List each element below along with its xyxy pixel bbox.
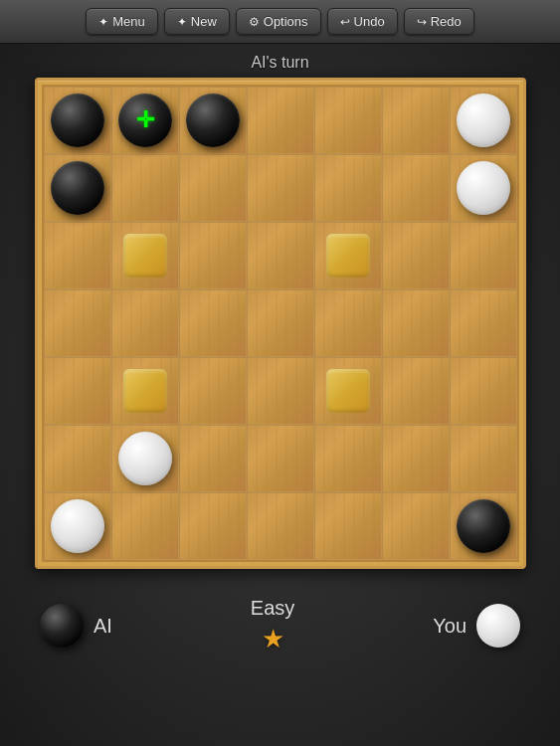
board-cell[interactable]: [44, 425, 111, 492]
options-label: Options: [264, 14, 308, 29]
board-cell[interactable]: [247, 154, 314, 222]
board-cell[interactable]: [179, 289, 247, 357]
undo-label: Undo: [354, 14, 385, 29]
board-cell[interactable]: [450, 154, 517, 222]
gold-marker: [326, 369, 370, 413]
menu-label: Menu: [112, 14, 145, 29]
board-cell[interactable]: [179, 357, 247, 425]
board-cell[interactable]: [450, 87, 517, 154]
board-cell[interactable]: [314, 425, 382, 492]
black-piece: [51, 93, 104, 147]
difficulty-label: Easy: [251, 597, 294, 620]
board-cell[interactable]: [111, 357, 179, 425]
board-cell[interactable]: [450, 222, 517, 289]
black-piece: [51, 161, 104, 215]
gold-marker: [326, 234, 370, 278]
board-cell[interactable]: [314, 492, 382, 560]
board-cell[interactable]: [111, 154, 179, 222]
undo-icon: ↩: [340, 15, 350, 29]
board-cell[interactable]: [247, 357, 314, 425]
board-cell[interactable]: [382, 492, 450, 560]
board-cell[interactable]: [179, 492, 247, 560]
board-cell[interactable]: [179, 425, 247, 492]
board-cell[interactable]: [44, 357, 111, 425]
board-cell[interactable]: [44, 492, 111, 560]
board-cell[interactable]: [382, 87, 450, 154]
score-bar: AI Easy ★ You: [0, 581, 560, 654]
you-player-name: You: [433, 615, 467, 638]
board-cell[interactable]: [44, 289, 111, 357]
game-board[interactable]: ✛: [42, 85, 519, 562]
board-cell[interactable]: [314, 222, 382, 289]
board-cell[interactable]: [247, 222, 314, 289]
board-cell[interactable]: [450, 425, 517, 492]
board-cell[interactable]: [111, 289, 179, 357]
board-cell[interactable]: [44, 87, 111, 154]
white-piece: [118, 432, 172, 485]
turn-label: AI's turn: [251, 54, 308, 72]
gold-marker: [123, 234, 167, 278]
black-piece: [186, 93, 240, 147]
new-button[interactable]: ✦ New: [164, 8, 230, 35]
options-button[interactable]: ⚙ Options: [236, 8, 321, 35]
ai-player-info: AI: [40, 604, 112, 648]
new-icon: ✦: [177, 15, 187, 29]
board-cell[interactable]: [450, 492, 517, 560]
gold-marker: [123, 369, 167, 413]
board-cell[interactable]: [450, 289, 517, 357]
board-cell[interactable]: [179, 87, 247, 154]
board-cell[interactable]: [44, 222, 111, 289]
undo-button[interactable]: ↩ Undo: [327, 8, 398, 35]
board-cell[interactable]: [382, 289, 450, 357]
difficulty-info: Easy ★: [251, 597, 294, 654]
redo-label: Redo: [431, 14, 462, 29]
board-cell[interactable]: [314, 87, 382, 154]
ai-piece: [40, 604, 84, 648]
board-cell[interactable]: [111, 425, 179, 492]
board-cell[interactable]: [179, 154, 247, 222]
board-cell[interactable]: [111, 222, 179, 289]
difficulty-star: ★: [262, 624, 284, 654]
board-cell[interactable]: [247, 425, 314, 492]
board-cell[interactable]: [450, 357, 517, 425]
redo-icon: ↪: [417, 15, 427, 29]
white-piece: [457, 93, 510, 147]
board-cell[interactable]: [44, 154, 111, 222]
black-piece-selected: ✛: [118, 93, 172, 147]
board-cell[interactable]: [314, 289, 382, 357]
board-cell[interactable]: [314, 357, 382, 425]
board-cell[interactable]: [382, 222, 450, 289]
board-cell[interactable]: [382, 154, 450, 222]
board-container: ✛: [35, 78, 526, 569]
you-player-info: You: [433, 604, 520, 648]
board-cell[interactable]: [111, 492, 179, 560]
board-cell[interactable]: [247, 289, 314, 357]
new-label: New: [191, 14, 217, 29]
board-cell[interactable]: [247, 87, 314, 154]
board-cell[interactable]: [382, 357, 450, 425]
redo-button[interactable]: ↪ Redo: [404, 8, 474, 35]
toolbar: ✦ Menu ✦ New ⚙ Options ↩ Undo ↪ Redo: [0, 0, 560, 44]
board-cell[interactable]: [179, 222, 247, 289]
board-cell[interactable]: [247, 492, 314, 560]
black-piece: [457, 499, 510, 553]
menu-icon: ✦: [98, 15, 108, 29]
white-piece: [51, 499, 104, 553]
menu-button[interactable]: ✦ Menu: [86, 8, 158, 35]
options-icon: ⚙: [249, 15, 260, 29]
board-cell[interactable]: [314, 154, 382, 222]
white-piece: [457, 161, 510, 215]
board-cell[interactable]: [382, 425, 450, 492]
board-cell[interactable]: ✛: [111, 87, 179, 154]
you-piece: [476, 604, 520, 648]
ai-player-name: AI: [93, 615, 112, 638]
